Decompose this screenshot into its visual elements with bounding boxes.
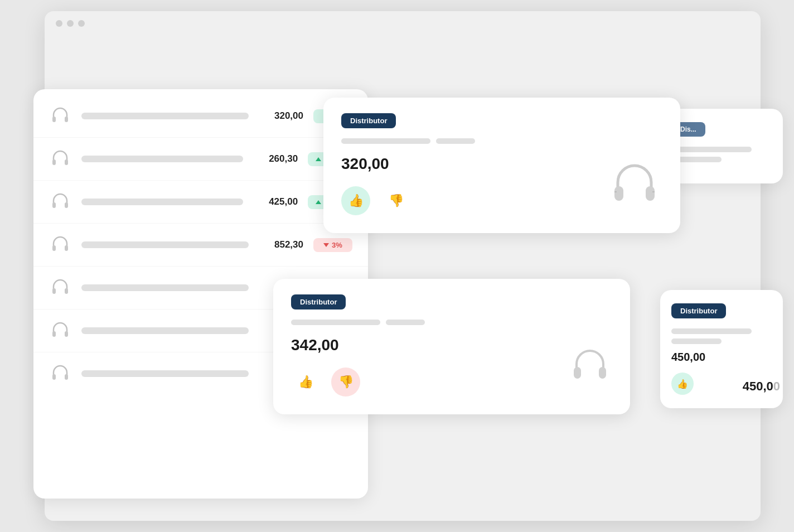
price-2: 260,30	[253, 153, 298, 165]
svg-rect-8	[52, 288, 56, 294]
arrow-down-icon	[323, 243, 329, 247]
window-dot-3	[78, 20, 85, 27]
price-3: 425,00	[253, 196, 298, 207]
svg-rect-15	[646, 186, 655, 201]
bar-short-2	[386, 320, 425, 325]
placeholder-bar	[81, 199, 243, 205]
placeholder-bar	[81, 156, 243, 162]
placeholder-bar	[81, 327, 249, 334]
svg-rect-9	[65, 288, 68, 294]
bar-sm-1	[671, 147, 752, 152]
placeholder-bar	[81, 241, 249, 248]
thumbs-down-button-2[interactable]: 👎	[331, 367, 360, 396]
card-price-1: 320,00	[341, 155, 410, 173]
svg-rect-16	[574, 367, 581, 379]
svg-rect-1	[65, 117, 68, 122]
card-content-1: 320,00 👍 👎	[341, 155, 662, 215]
svg-rect-3	[65, 159, 68, 165]
svg-rect-11	[65, 331, 68, 337]
svg-rect-2	[52, 159, 56, 165]
card-price-2: 342,00	[291, 336, 360, 354]
thumbs-up-button-4[interactable]: 👍	[671, 373, 694, 395]
window-dot-1	[56, 20, 62, 27]
list-item: 852,30 3%	[33, 224, 368, 267]
badge-down-1: 3%	[313, 238, 352, 252]
bar-sm-4	[671, 338, 722, 344]
bar-long-2	[291, 320, 380, 325]
titlebar	[45, 11, 761, 36]
card-header-bars-1	[341, 138, 662, 144]
placeholder-bar	[81, 284, 249, 291]
bar-long-1	[341, 138, 430, 144]
card-header-bars-2	[291, 320, 612, 325]
svg-rect-4	[52, 202, 56, 208]
headphone-icon-1	[49, 105, 71, 127]
price-4: 852,30	[259, 239, 303, 250]
distributor-badge-2: Distributor	[291, 294, 346, 309]
headphone-icon-4	[49, 234, 71, 256]
placeholder-bar	[81, 370, 249, 377]
product-card-1: Distributor 320,00 👍 👎	[323, 98, 680, 233]
card-content-2: 342,00 👍 👎	[291, 336, 612, 396]
arrow-up-icon	[316, 157, 321, 161]
pct-4: 3%	[332, 241, 342, 249]
headphone-icon-3	[49, 191, 71, 213]
svg-rect-5	[65, 202, 68, 208]
thumbs-up-button-1[interactable]: 👍	[341, 186, 370, 215]
list-item: 425,00 15.5%	[33, 181, 368, 224]
svg-rect-6	[52, 245, 56, 251]
card-left-1: 320,00 👍 👎	[341, 155, 410, 215]
svg-rect-10	[52, 331, 56, 337]
bar-short-1	[436, 138, 475, 144]
headphone-image-1	[607, 157, 662, 213]
svg-rect-12	[52, 374, 56, 380]
list-item: 260,30 15.5%	[33, 138, 368, 181]
arrow-up-icon	[316, 200, 321, 204]
svg-rect-17	[599, 367, 606, 379]
price-1: 320,00	[259, 110, 303, 122]
thumbs-up-button-2[interactable]: 👍	[291, 367, 320, 396]
headphone-icon-6	[49, 320, 71, 342]
headphone-icon-2	[49, 148, 71, 170]
card-actions-1: 👍 👎	[341, 186, 410, 215]
distributor-badge-4: Distributor	[671, 303, 726, 318]
headphone-icon-5	[49, 277, 71, 299]
list-item: 320,00 4%	[33, 95, 368, 138]
svg-rect-13	[65, 374, 68, 380]
window-dot-2	[67, 20, 74, 27]
product-card-2: Distributor 342,00 👍 👎	[273, 279, 630, 414]
headphone-image-2	[568, 344, 612, 389]
card-actions-2: 👍 👎	[291, 367, 360, 396]
bar-sm-3	[671, 328, 752, 334]
svg-rect-7	[65, 245, 68, 251]
placeholder-bar	[81, 113, 249, 119]
card-price-4: 450,00	[671, 351, 772, 364]
card-left-2: 342,00 👍 👎	[291, 336, 360, 396]
svg-rect-0	[52, 117, 56, 122]
partial-price-card3: 450,00	[743, 379, 780, 394]
scene: 320,00 4% 260,30 15.5%	[0, 0, 794, 532]
thumbs-down-button-1[interactable]: 👎	[381, 186, 410, 215]
headphone-icon-7	[49, 362, 71, 385]
svg-rect-14	[614, 186, 623, 201]
distributor-badge-1: Distributor	[341, 113, 396, 128]
